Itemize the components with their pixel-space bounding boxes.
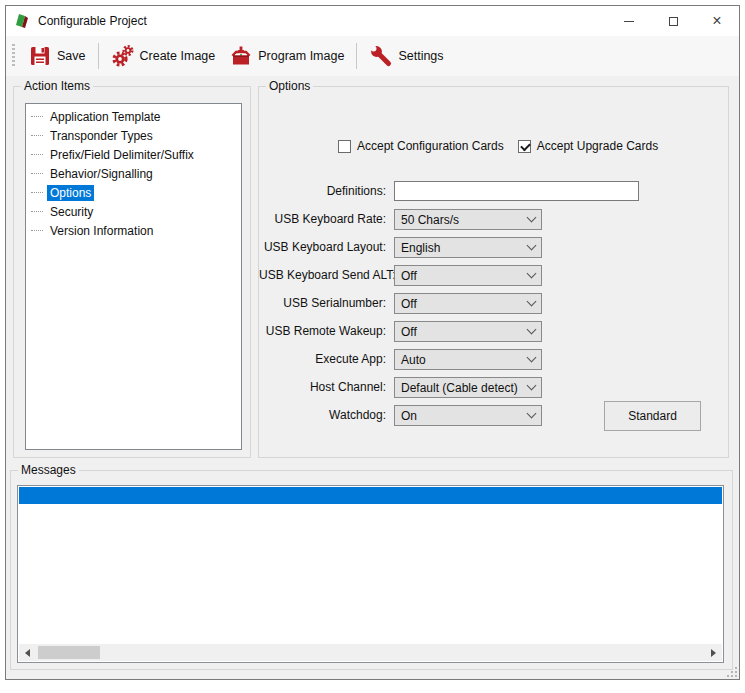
app-icon xyxy=(14,13,30,29)
options-groupbox: Options Accept Configuration Cards Accep… xyxy=(258,86,729,458)
option-label: USB Keyboard Rate: xyxy=(259,209,386,230)
minimize-button[interactable] xyxy=(607,6,651,36)
options-title: Options xyxy=(266,79,313,93)
dropdown[interactable]: 50 Chars/s xyxy=(394,209,542,230)
scroll-left-icon xyxy=(25,649,30,657)
tree-item-label: Transponder Types xyxy=(47,128,156,144)
resize-grip-icon[interactable] xyxy=(727,667,737,677)
create-image-button[interactable]: Create Image xyxy=(104,40,223,72)
checkbox[interactable]: Accept Configuration Cards xyxy=(338,139,504,153)
tree-branch-dots xyxy=(31,211,43,212)
dropdown[interactable]: Off xyxy=(394,293,542,314)
tree-branch-dots xyxy=(31,154,43,155)
checkbox-box[interactable] xyxy=(338,140,351,153)
checkbox-label: Accept Upgrade Cards xyxy=(537,139,658,153)
tree-item[interactable]: Options xyxy=(26,183,241,202)
definitions-label: Definitions: xyxy=(259,181,386,202)
window-controls: × xyxy=(607,6,739,36)
option-row: USB Keyboard Send ALT: Off xyxy=(259,265,542,286)
scroll-right-button[interactable] xyxy=(705,644,722,661)
tree-item-label: Application Template xyxy=(47,109,164,125)
minimize-icon xyxy=(624,21,634,22)
option-label: USB Keyboard Layout: xyxy=(259,237,386,258)
dropdown[interactable]: Default (Cable detect) xyxy=(394,377,542,398)
close-button[interactable]: × xyxy=(695,6,739,36)
option-row: Execute App: Auto xyxy=(259,349,542,370)
settings-button[interactable]: Settings xyxy=(362,40,450,72)
screenshot-stage: Configurable Project × Save xyxy=(0,0,745,693)
chevron-down-icon xyxy=(527,297,537,307)
standard-button[interactable]: Standard xyxy=(604,401,701,431)
chevron-down-icon xyxy=(527,241,537,251)
dropdown-value: Default (Cable detect) xyxy=(401,381,518,395)
option-label: Watchdog: xyxy=(259,405,386,426)
action-items-tree: Application Template Transponder Types P… xyxy=(25,103,242,450)
dropdown-value: Off xyxy=(401,297,417,311)
dropdown[interactable]: On xyxy=(394,405,542,426)
maximize-icon xyxy=(669,17,678,26)
messages-list xyxy=(17,485,724,663)
chevron-down-icon xyxy=(527,213,537,223)
dropdown-value: Off xyxy=(401,269,417,283)
tree-item[interactable]: Prefix/Field Delimiter/Suffix xyxy=(26,145,241,164)
option-label: Host Channel: xyxy=(259,377,386,398)
checkbox[interactable]: Accept Upgrade Cards xyxy=(518,139,658,153)
option-row: USB Serialnumber: Off xyxy=(259,293,542,314)
chevron-down-icon xyxy=(527,353,537,363)
dropdown-value: Auto xyxy=(401,353,426,367)
title-bar: Configurable Project × xyxy=(6,6,739,36)
chevron-down-icon xyxy=(527,269,537,279)
toolbar-separator xyxy=(98,43,99,69)
dropdown[interactable]: English xyxy=(394,237,542,258)
toolbar-gripper[interactable] xyxy=(12,44,15,68)
definitions-input[interactable] xyxy=(394,181,639,201)
app-window: Configurable Project × Save xyxy=(5,5,740,680)
action-items-title: Action Items xyxy=(21,79,93,93)
option-row: Host Channel: Default (Cable detect) xyxy=(259,377,542,398)
checkbox-row: Accept Configuration Cards Accept Upgrad… xyxy=(338,139,672,153)
tree-item[interactable]: Version Information xyxy=(26,221,241,240)
create-image-label: Create Image xyxy=(140,49,216,63)
dropdown[interactable]: Off xyxy=(394,265,542,286)
tree-branch-dots xyxy=(31,173,43,174)
option-label: USB Remote Wakeup: xyxy=(259,321,386,342)
tree-branch-dots xyxy=(31,135,43,136)
messages-title: Messages xyxy=(18,463,79,477)
tree-item[interactable]: Application Template xyxy=(26,107,241,126)
scroll-left-button[interactable] xyxy=(19,644,36,661)
dropdown-value: On xyxy=(401,409,417,423)
gears-icon xyxy=(111,44,135,68)
save-button[interactable]: Save xyxy=(21,40,93,72)
checkbox-label: Accept Configuration Cards xyxy=(357,139,504,153)
tree-item[interactable]: Security xyxy=(26,202,241,221)
selected-message-row[interactable] xyxy=(19,487,722,504)
horizontal-scrollbar[interactable] xyxy=(19,644,722,661)
settings-label: Settings xyxy=(398,49,443,63)
window-title: Configurable Project xyxy=(38,14,147,28)
dropdown[interactable]: Auto xyxy=(394,349,542,370)
program-image-button[interactable]: Program Image xyxy=(222,40,351,72)
chevron-down-icon xyxy=(527,325,537,335)
dropdown[interactable]: Off xyxy=(394,321,542,342)
checkbox-box[interactable] xyxy=(518,140,531,153)
definitions-row: Definitions: xyxy=(259,181,639,202)
tree-branch-dots xyxy=(31,192,43,193)
program-image-label: Program Image xyxy=(258,49,344,63)
dropdown-rows: USB Keyboard Rate: 50 Chars/s USB Keyboa… xyxy=(259,209,542,433)
maximize-button[interactable] xyxy=(651,6,695,36)
tree-branch-dots xyxy=(31,116,43,117)
wrench-icon xyxy=(369,44,393,68)
toolbar: Save Create Image xyxy=(6,36,739,76)
tree-item-label: Prefix/Field Delimiter/Suffix xyxy=(47,147,197,163)
tree-item[interactable]: Transponder Types xyxy=(26,126,241,145)
tree-branch-dots xyxy=(31,230,43,231)
tree-item-label: Options xyxy=(47,185,94,201)
tree-item[interactable]: Behavior/Signalling xyxy=(26,164,241,183)
tree-item-label: Security xyxy=(47,204,96,220)
chevron-down-icon xyxy=(527,381,537,391)
option-row: USB Keyboard Rate: 50 Chars/s xyxy=(259,209,542,230)
scrollbar-thumb[interactable] xyxy=(38,646,100,659)
dropdown-value: Off xyxy=(401,325,417,339)
tree-item-label: Version Information xyxy=(47,223,156,239)
chevron-down-icon xyxy=(527,409,537,419)
